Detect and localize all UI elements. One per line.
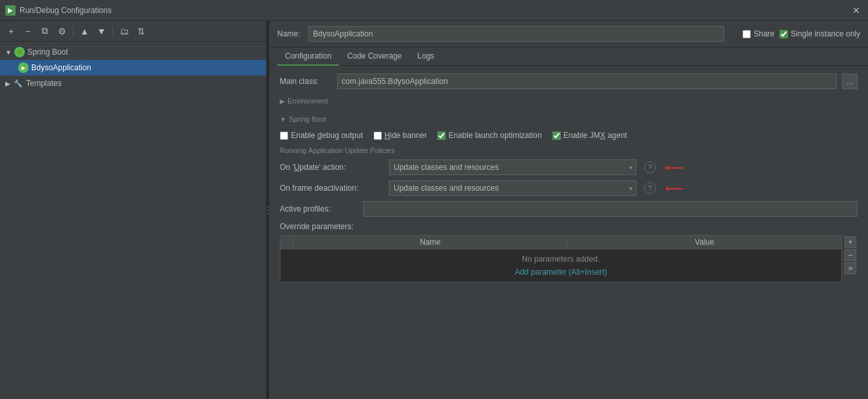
active-profiles-input[interactable]	[363, 201, 858, 217]
add-parameter-link[interactable]: Add parameter (Alt+Insert)	[515, 266, 607, 282]
sidebar-toolbar: + − ⧉ ⚙ ▲ ▼ 🗂 ⇅	[0, 21, 266, 42]
params-table-side: + − »	[843, 235, 858, 282]
debug-output-checkbox[interactable]	[280, 131, 288, 140]
sidebar-tree: ▼ 🌿 Spring Boot ▶ BdysoApplication ▶ 🔧 T…	[0, 42, 266, 399]
params-outer: Name Value No parameters added. Add para…	[280, 235, 858, 282]
hide-banner-checkbox[interactable]	[373, 131, 382, 140]
header-row: Name: Share Single instance only	[269, 21, 868, 48]
update-action-red-arrow: ⟵	[665, 159, 684, 175]
frame-deactivation-select[interactable]: Update classes and resources Do nothing …	[389, 180, 636, 196]
hide-banner-label: Hide banner	[385, 131, 427, 140]
frame-deactivation-help-button[interactable]: ?	[644, 182, 656, 194]
debug-output-label: Enable debug output	[291, 131, 363, 140]
jmx-agent-item: Enable JMX agent	[552, 131, 627, 140]
titlebar: ▶ Run/Debug Configurations ✕	[0, 0, 868, 21]
launch-optimization-label: Enable launch optimization	[448, 131, 541, 140]
update-action-select-wrapper: Update classes and resources Do nothing …	[389, 159, 636, 175]
params-col-check-header	[280, 236, 293, 249]
settings-button[interactable]: ⚙	[55, 24, 69, 38]
toolbar-separator-1	[73, 26, 74, 36]
sidebar: + − ⧉ ⚙ ▲ ▼ 🗂 ⇅ ▼ 🌿 Spring Boot ▶	[0, 21, 267, 399]
environment-section-header[interactable]: ▶ Environment	[280, 94, 858, 107]
springboot-group-icon: 🌿	[14, 47, 25, 57]
tab-code-coverage[interactable]: Code Coverage	[339, 48, 409, 66]
resize-dots	[267, 206, 269, 214]
params-table-container: Name Value No parameters added. Add para…	[280, 235, 842, 282]
add-config-button[interactable]: +	[4, 24, 18, 38]
no-params-message: No parameters added.	[522, 249, 599, 266]
update-action-select[interactable]: Update classes and resources Do nothing …	[389, 159, 636, 175]
springboot-section-arrow: ▼	[280, 116, 286, 123]
params-col-value-header: Value	[568, 236, 842, 249]
share-label: Share	[753, 29, 774, 38]
main-class-browse-button[interactable]: …	[842, 74, 858, 89]
sidebar-item-templates[interactable]: ▶ 🔧 Templates	[0, 76, 266, 91]
single-instance-container: Single instance only	[780, 29, 860, 38]
environment-label: Environment	[288, 97, 328, 105]
params-table: Name Value No parameters added. Add para…	[280, 235, 842, 282]
params-table-header: Name Value	[280, 236, 841, 249]
active-profiles-row: Active profiles:	[280, 201, 858, 217]
add-folder-button[interactable]: 🗂	[117, 24, 131, 38]
main-container: + − ⧉ ⚙ ▲ ▼ 🗂 ⇅ ▼ 🌿 Spring Boot ▶	[0, 21, 868, 399]
override-parameters-label: Override parameters:	[280, 222, 858, 231]
main-class-row: Main class: …	[280, 74, 858, 89]
frame-deactivation-red-arrow: ⟵	[665, 180, 684, 196]
templates-label: Templates	[26, 79, 62, 88]
templates-expand-arrow: ▶	[5, 80, 10, 87]
right-panel: Name: Share Single instance only Configu…	[269, 21, 868, 399]
frame-deactivation-row: On frame deactivation: Update classes an…	[280, 180, 858, 196]
override-parameters-section: Override parameters: Name Value No param…	[280, 222, 858, 282]
springboot-expand-arrow: ▼	[5, 49, 12, 56]
toolbar-separator-2	[113, 26, 113, 36]
params-expand-button[interactable]: »	[845, 262, 856, 274]
app-run-icon: ▶	[18, 62, 29, 73]
active-profiles-label: Active profiles:	[280, 204, 358, 213]
name-label: Name:	[277, 29, 303, 38]
share-checkbox[interactable]	[742, 30, 751, 38]
close-button[interactable]: ✕	[850, 4, 863, 17]
update-action-row: On 'Update' action: Update classes and r…	[280, 159, 858, 175]
springboot-section-header[interactable]: ▼ Spring Boot	[280, 113, 858, 126]
params-table-body: No parameters added. Add parameter (Alt+…	[280, 249, 841, 282]
tab-configuration[interactable]: Configuration	[277, 48, 339, 66]
move-up-button[interactable]: ▲	[77, 24, 92, 38]
tabs-row: Configuration Code Coverage Logs	[269, 48, 868, 66]
springboot-section: ▼ Spring Boot Enable debug output Hi	[280, 113, 858, 196]
frame-deactivation-label: On frame deactivation:	[280, 184, 384, 193]
main-class-input[interactable]	[337, 74, 837, 89]
update-action-help-button[interactable]: ?	[644, 161, 656, 173]
jmx-agent-checkbox[interactable]	[552, 131, 561, 140]
single-instance-checkbox[interactable]	[780, 30, 788, 38]
hide-banner-item: Hide banner	[373, 131, 427, 140]
params-add-button[interactable]: +	[845, 236, 856, 248]
launch-optimization-item: Enable launch optimization	[437, 131, 541, 140]
launch-optimization-checkbox[interactable]	[437, 131, 446, 140]
sidebar-item-springboot-group[interactable]: ▼ 🌿 Spring Boot	[0, 44, 266, 60]
name-input[interactable]	[308, 26, 724, 42]
app-item-label: BdysoApplication	[31, 63, 91, 72]
sidebar-item-bdyso-application[interactable]: ▶ BdysoApplication	[0, 60, 266, 76]
environment-arrow: ▶	[280, 98, 285, 105]
frame-deactivation-select-wrapper: Update classes and resources Do nothing …	[389, 180, 636, 196]
content-area: Main class: … ▶ Environment ▼ Spring Boo…	[269, 66, 868, 399]
jmx-agent-label: Enable JMX agent	[563, 131, 627, 140]
main-class-label: Main class:	[280, 77, 332, 86]
update-action-label: On 'Update' action:	[280, 163, 384, 172]
share-container: Share	[742, 29, 774, 38]
debug-output-item: Enable debug output	[280, 131, 363, 140]
params-remove-button[interactable]: −	[845, 249, 856, 261]
params-col-name-header: Name	[293, 236, 568, 249]
window-title: Run/Debug Configurations	[20, 6, 850, 15]
single-instance-label: Single instance only	[791, 29, 860, 38]
policies-section-label: Running Application Update Policies	[280, 146, 858, 154]
tab-logs[interactable]: Logs	[409, 48, 442, 66]
templates-wrench-icon: 🔧	[13, 78, 23, 89]
springboot-section-label: Spring Boot	[289, 115, 326, 123]
move-down-button[interactable]: ▼	[94, 24, 109, 38]
remove-config-button[interactable]: −	[21, 24, 35, 38]
copy-config-button[interactable]: ⧉	[38, 24, 52, 38]
sort-button[interactable]: ⇅	[134, 24, 148, 38]
springboot-checkboxes-row: Enable debug output Hide banner Enable l…	[280, 131, 858, 140]
springboot-group-label: Spring Boot	[27, 48, 68, 57]
